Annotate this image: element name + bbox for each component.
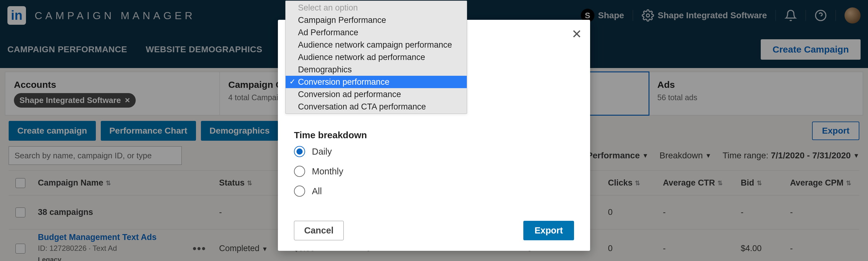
- export-modal: ✕ Select an option Campaign Performance …: [278, 20, 590, 251]
- report-type-dropdown[interactable]: Select an option Campaign Performance Ad…: [285, 1, 467, 114]
- dropdown-option[interactable]: Conversion ad performance: [286, 88, 467, 100]
- dropdown-option-selected[interactable]: Conversion performance: [286, 76, 467, 88]
- radio-icon: [294, 166, 305, 177]
- dropdown-option[interactable]: Conversation ad CTA performance: [286, 100, 467, 113]
- dropdown-option[interactable]: Campaign Performance: [286, 14, 467, 26]
- time-breakdown-label: Time breakdown: [294, 130, 574, 140]
- radio-icon: [294, 146, 305, 157]
- radio-monthly[interactable]: Monthly: [294, 166, 574, 177]
- dropdown-option[interactable]: Ad Performance: [286, 26, 467, 39]
- modal-export-button[interactable]: Export: [523, 221, 574, 240]
- radio-daily[interactable]: Daily: [294, 146, 574, 157]
- dropdown-option[interactable]: Audience network ad performance: [286, 51, 467, 63]
- dropdown-option[interactable]: Demographics: [286, 63, 467, 76]
- radio-all[interactable]: All: [294, 185, 574, 197]
- dropdown-placeholder: Select an option: [286, 2, 467, 14]
- time-breakdown-radios: Daily Monthly All: [294, 146, 574, 197]
- dropdown-option[interactable]: Audience network campaign performance: [286, 39, 467, 51]
- modal-cancel-button[interactable]: Cancel: [294, 221, 344, 240]
- radio-icon: [294, 185, 305, 197]
